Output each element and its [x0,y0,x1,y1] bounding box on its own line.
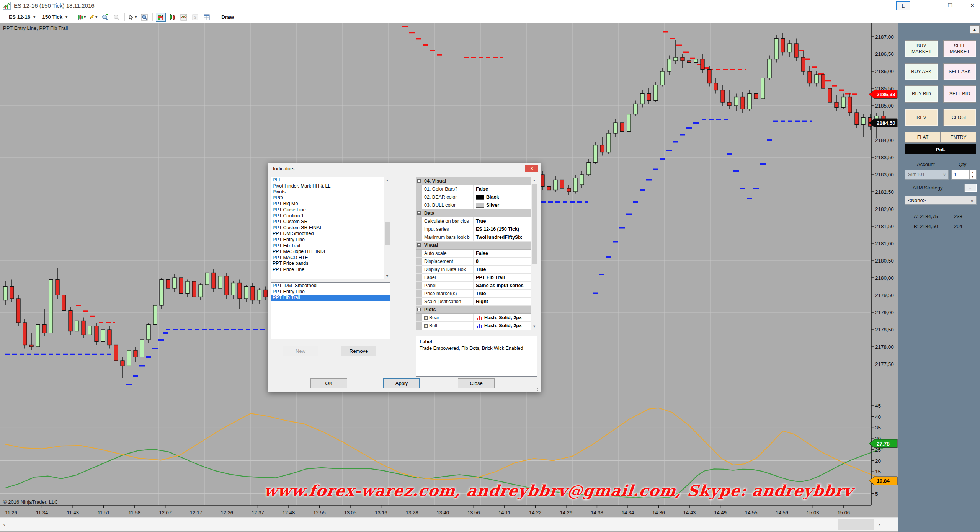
list-item[interactable]: PPT_DM_Smoothed [271,283,390,289]
minimize-button[interactable]: — [920,1,935,10]
toolbar-grip[interactable] [2,13,3,21]
rev-button[interactable]: REV [905,109,938,126]
property-value[interactable]: PPT Fib Trail [474,274,532,281]
chart-style-dropdown-button[interactable]: ▼ [77,13,87,22]
grid-category-row[interactable]: −Data [416,209,532,217]
interval-selector[interactable]: 150 Tick ▼ [40,13,70,21]
list-item[interactable]: PPT Custom SR [271,219,384,225]
scroll-up-icon[interactable]: ▲ [531,177,537,183]
buy-market-button[interactable]: BUYMARKET [905,40,938,57]
list-item[interactable]: PPT Big Mo [271,201,384,207]
list-item[interactable]: PPO [271,195,384,201]
grid-property-row[interactable]: PanelSame as input series [416,282,532,290]
style-dollar-button[interactable]: $ [190,13,200,22]
draw-menu[interactable]: Draw [218,14,237,20]
horizontal-scrollbar[interactable]: ‹ › [0,517,898,531]
list-item[interactable]: Pivot Finder, Mark HH & LL [271,183,384,189]
collapse-icon[interactable]: − [417,211,421,215]
grid-property-row[interactable]: Calculate on bar closTrue [416,217,532,225]
list-item[interactable]: PPT Close Line [271,207,384,213]
property-value[interactable]: Right [474,298,532,305]
available-indicators-list[interactable]: PFEPivot Finder, Mark HH & LLPivotsPPOPP… [271,177,390,279]
grid-property-row[interactable]: Input seriesES 12-16 (150 Tick) [416,225,532,233]
list-item[interactable]: PPT MA Slope HTF INDI [271,249,384,255]
grid-category-row[interactable]: −Plots [416,306,532,314]
list-item[interactable]: PPT Entry Line [271,237,384,243]
style-line-button[interactable] [179,13,189,22]
list-item[interactable]: PPT Price Line [271,267,384,273]
apply-button[interactable]: Apply [383,378,420,388]
grid-property-row[interactable]: +BullHash; Solid; 2px [416,322,532,330]
flat-button[interactable]: FLAT [905,132,941,143]
property-value[interactable]: False [474,250,532,257]
scroll-right-arrow[interactable]: › [875,518,884,532]
grid-property-row[interactable]: Display in Data BoxTrue [416,266,532,274]
grid-property-row[interactable]: Maximum bars look bTwoHundredFiftySix [416,233,532,242]
list-item[interactable]: Pivots [271,189,384,195]
close-dialog-button[interactable]: Close [458,378,495,388]
grid-property-row[interactable]: Price marker(s)True [416,290,532,298]
qty-spinner[interactable]: ▲▼ [969,170,976,179]
sell-bid-button[interactable]: SELL BID [943,85,976,103]
scrollbar-thumb[interactable] [385,222,390,245]
list-item[interactable]: PPT MACD HTF [271,255,384,261]
style-ohlc-button[interactable] [167,13,177,22]
quantity-stepper[interactable]: 1 ▲▼ [951,170,977,180]
configured-indicators-list[interactable]: PPT_DM_SmoothedPPT Entry LinePPT Fib Tra… [271,282,390,339]
zoom-window-button[interactable] [139,13,149,22]
property-value[interactable]: Black [474,193,532,201]
remove-button[interactable]: Remove [341,346,376,356]
buy-bid-button[interactable]: BUY BID [905,85,938,103]
entry-button[interactable]: ENTRY [941,132,976,143]
scroll-down-icon[interactable]: ▼ [531,323,537,330]
property-value[interactable]: Same as input series [474,282,532,289]
sell-market-button[interactable]: SELLMARKET [943,40,976,57]
collapse-icon[interactable]: − [417,243,421,247]
grid-category-row[interactable]: −Visual [416,242,532,250]
atm-strategy-select[interactable]: <None> ∨ [905,196,977,205]
grid-property-row[interactable]: LabelPPT Fib Trail [416,274,532,282]
list-item[interactable]: PPT Entry Line [271,289,390,295]
dialog-close-button[interactable]: x [525,165,538,172]
grid-property-row[interactable]: 01. Color Bars?False [416,185,532,193]
property-value[interactable]: Hash; Solid; 2px [474,314,532,321]
list-item[interactable]: PPT Fib Trail [271,295,390,301]
scroll-left-arrow[interactable]: ‹ [0,518,8,532]
scrollbar-thumb[interactable] [532,184,537,264]
list-item[interactable]: PPT Price bands [271,261,384,267]
property-value[interactable]: ES 12-16 (150 Tick) [474,225,532,233]
grid-category-row[interactable]: −04. Visual [416,177,532,185]
list-item[interactable]: PPT Confirm 1 [271,213,384,219]
property-value[interactable]: True [474,266,532,273]
grid-property-row[interactable]: 03. BULL colorSilver [416,201,532,209]
list-scrollbar[interactable]: ▲ ▼ [384,177,390,279]
grid-property-row[interactable]: +BearHash; Solid; 2px [416,314,532,322]
grid-property-row[interactable]: Scale justificationRight [416,298,532,306]
property-value[interactable]: True [474,290,532,297]
collapse-icon[interactable]: − [417,308,421,311]
expand-icon[interactable]: + [424,324,428,328]
grid-property-row[interactable]: Displacement0 [416,258,532,266]
instrument-selector[interactable]: ES 12-16 ▼ [7,13,38,21]
buy-ask-button[interactable]: BUY ASK [905,63,938,80]
spin-down-icon[interactable]: ▼ [970,175,976,179]
close-button[interactable]: CLOSE [943,109,976,126]
expand-icon[interactable]: + [424,316,428,320]
scroll-up-icon[interactable]: ▲ [384,177,390,183]
list-item[interactable]: PFE [271,177,384,183]
property-value[interactable]: False [474,185,532,193]
drawing-tools-button[interactable]: ▼ [88,13,98,22]
property-grid[interactable]: −04. Visual01. Color Bars?False02. BEAR … [416,177,537,330]
collapse-icon[interactable]: − [417,179,421,183]
property-value[interactable]: Silver [474,201,532,209]
dialog-title-bar[interactable]: Indicators x [268,163,541,174]
account-select[interactable]: Sim101 ∨ [905,170,949,180]
ok-button[interactable]: OK [310,378,347,388]
zoom-in-button[interactable] [100,13,110,22]
maximize-button[interactable]: ❐ [942,1,958,10]
list-item[interactable]: PPT Fib Trail [271,243,384,249]
zoom-out-button[interactable] [111,13,121,22]
list-item[interactable]: PPT Custom SR FINAL [271,225,384,231]
grid-property-row[interactable]: 02. BEAR colorBlack [416,193,532,201]
link-button[interactable]: L [896,1,910,10]
